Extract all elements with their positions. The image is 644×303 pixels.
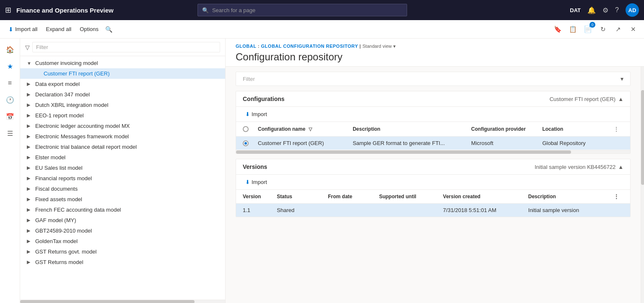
configurations-table: Configuration name ▽ Description Configu… bbox=[236, 122, 630, 150]
tree-item-label: Customer invoicing model bbox=[35, 60, 222, 66]
filter-icon[interactable]: ▽ bbox=[25, 44, 30, 51]
tree-item-elster[interactable]: ▶ Elster model bbox=[20, 152, 225, 163]
chevron-right-icon: ▶ bbox=[27, 218, 34, 223]
filter-collapse-icon[interactable]: ▾ bbox=[621, 75, 623, 82]
vcol-header-version: Version bbox=[243, 194, 277, 199]
tree-item-gbt[interactable]: ▶ GBT24589-2010 model bbox=[20, 225, 225, 236]
versions-import-button[interactable]: ⬇ Import bbox=[243, 177, 270, 187]
tree-item-label: EU Sales list model bbox=[35, 165, 222, 171]
expand-all-button[interactable]: Expand all bbox=[42, 24, 75, 34]
star-icon[interactable]: ★ bbox=[3, 59, 18, 74]
config-import-button[interactable]: ⬇ Import bbox=[243, 109, 270, 119]
breadcrumb-view[interactable]: Standard view bbox=[363, 44, 392, 49]
calendar-icon[interactable]: 📅 bbox=[3, 109, 18, 124]
versions-collapse-icon[interactable]: ▲ bbox=[618, 164, 623, 170]
notification-icon[interactable]: 🔔 bbox=[587, 6, 596, 14]
tree-item-label: Electronic trial balance detail report m… bbox=[35, 144, 222, 150]
search-input[interactable] bbox=[212, 7, 402, 13]
select-all-radio[interactable] bbox=[243, 126, 249, 132]
chevron-down-icon: ▼ bbox=[27, 61, 34, 66]
tree-item-label: Data export model bbox=[35, 81, 222, 87]
home-icon[interactable]: 🏠 bbox=[3, 42, 18, 57]
tree-item-declaration[interactable]: ▶ Declaration 347 model bbox=[20, 89, 225, 100]
config-row[interactable]: Customer FTI report (GER) Sample GER for… bbox=[236, 137, 630, 150]
more-options-icon[interactable]: ⋮ bbox=[613, 126, 619, 132]
settings-icon[interactable]: ⚙ bbox=[602, 6, 608, 14]
tree-item-label: Declaration 347 model bbox=[35, 91, 222, 98]
content-main: Filter ▾ Configurations Customer FTI rep… bbox=[226, 67, 641, 303]
tree-item-dutch-xbrl[interactable]: ▶ Dutch XBRL integration model bbox=[20, 100, 225, 110]
version-row[interactable]: 1.1 Shared 7/31/2018 5:51:01 AM Initial … bbox=[236, 204, 630, 217]
tree-item-goldentax[interactable]: ▶ GoldenTax model bbox=[20, 236, 225, 246]
version-cell-status: Shared bbox=[277, 207, 328, 213]
clock-icon[interactable]: 🕐 bbox=[3, 92, 18, 107]
breadcrumb: GLOBAL : GLOBAL CONFIGURATION REPOSITORY… bbox=[236, 44, 634, 49]
tree-scroll-thumb bbox=[20, 300, 195, 303]
tree-filter-input[interactable] bbox=[32, 42, 220, 52]
name-filter-icon[interactable]: ▽ bbox=[309, 127, 312, 132]
tree-item-electronic-ledger[interactable]: ▶ Electronic ledger accounting model MX bbox=[20, 121, 225, 131]
tree-item-electronic-messages[interactable]: ▶ Electronic Messages framework model bbox=[20, 131, 225, 142]
row-radio[interactable] bbox=[243, 140, 249, 146]
refresh-icon[interactable]: ↻ bbox=[597, 23, 609, 35]
tree-item-customer-invoicing[interactable]: ▼ Customer invoicing model bbox=[20, 58, 225, 68]
tree-item-label: Electronic Messages framework model bbox=[35, 133, 222, 140]
config-collapse-icon[interactable]: ▲ bbox=[618, 96, 623, 102]
config-table-header: Configuration name ▽ Description Configu… bbox=[236, 122, 630, 137]
tree-item-data-export[interactable]: ▶ Data export model bbox=[20, 79, 225, 89]
tree-item-eu-sales[interactable]: ▶ EU Sales list model bbox=[20, 163, 225, 173]
open-icon[interactable]: ↗ bbox=[612, 23, 624, 35]
col-header-more: ⋮ bbox=[613, 125, 623, 133]
chevron-right-icon: ▶ bbox=[27, 92, 34, 97]
close-icon[interactable]: ✕ bbox=[627, 23, 639, 35]
config-name-cell: Customer FTI report (GER) bbox=[258, 140, 353, 146]
main-layout: 🏠 ★ ≡ 🕐 📅 ☰ ▽ ▼ Customer invoicing model… bbox=[0, 39, 644, 303]
breadcrumb-part1[interactable]: GLOBAL bbox=[236, 44, 256, 49]
tree-panel: ▽ ▼ Customer invoicing model Customer FT… bbox=[20, 39, 226, 303]
chevron-right-icon: ▶ bbox=[27, 165, 34, 171]
chevron-right-icon: ▶ bbox=[27, 238, 34, 244]
chevron-right-icon: ▶ bbox=[27, 81, 34, 87]
config-horizontal-scrollbar[interactable] bbox=[236, 150, 630, 153]
tree-horizontal-scrollbar[interactable] bbox=[20, 300, 225, 303]
chevron-right-icon: ▶ bbox=[27, 113, 34, 118]
versions-more-icon[interactable]: ⋮ bbox=[613, 193, 619, 200]
versions-import-label: Import bbox=[252, 179, 267, 185]
tree-item-label: Customer FTI report (GER) bbox=[44, 70, 222, 77]
toolbar-right-icons: 🔖 📋 📄 0 ↻ ↗ ✕ bbox=[552, 23, 639, 35]
tree-item-customer-fti[interactable]: Customer FTI report (GER) bbox=[20, 68, 225, 79]
grid-menu-icon[interactable]: ⊞ bbox=[5, 5, 11, 15]
import-all-button[interactable]: ⬇ Import all bbox=[5, 24, 41, 34]
tree-item-financial-reports[interactable]: ▶ Financial reports model bbox=[20, 173, 225, 184]
versions-title: Versions bbox=[243, 163, 267, 170]
tree-item-eeo1[interactable]: ▶ EEO-1 report model bbox=[20, 110, 225, 121]
tree-item-fixed-assets[interactable]: ▶ Fixed assets model bbox=[20, 194, 225, 205]
tree-item-gst-returns-govt[interactable]: ▶ GST Returns govt. model bbox=[20, 246, 225, 257]
bookmark-icon[interactable]: 🔖 bbox=[552, 23, 564, 35]
tree-item-french-fec[interactable]: ▶ French FEC accounting data model bbox=[20, 205, 225, 215]
chevron-right-icon: ▶ bbox=[27, 102, 34, 108]
versions-import-icon: ⬇ bbox=[245, 179, 250, 185]
right-scrollbar[interactable] bbox=[641, 67, 644, 303]
help-icon[interactable]: ? bbox=[615, 6, 619, 14]
list-icon[interactable]: ☰ bbox=[3, 126, 18, 141]
tree-item-gaf-model[interactable]: ▶ GAF model (MY) bbox=[20, 215, 225, 225]
tree-item-electronic-trial[interactable]: ▶ Electronic trial balance detail report… bbox=[20, 142, 225, 152]
toolbar-search-icon[interactable]: 🔍 bbox=[105, 26, 112, 33]
versions-info: Initial sample version KB4456722 ▲ bbox=[535, 164, 623, 170]
tree-item-fiscal-docs[interactable]: ▶ Fiscal documents bbox=[20, 184, 225, 194]
breadcrumb-part2[interactable]: GLOBAL CONFIGURATION REPOSITORY bbox=[261, 44, 358, 49]
copy-icon[interactable]: 📋 bbox=[567, 23, 579, 35]
content-area: Filter ▾ Configurations Customer FTI rep… bbox=[226, 67, 644, 303]
breadcrumb-pipe: | bbox=[359, 44, 362, 49]
options-button[interactable]: Options bbox=[76, 24, 102, 34]
view-chevron-icon[interactable]: ▾ bbox=[393, 44, 396, 49]
search-bar[interactable]: 🔍 bbox=[197, 4, 407, 16]
tree-item-label: Fixed assets model bbox=[35, 196, 222, 202]
chevron-right-icon: ▶ bbox=[27, 144, 34, 150]
badge-icon[interactable]: 📄 0 bbox=[582, 23, 594, 35]
lines-icon[interactable]: ≡ bbox=[3, 75, 18, 91]
tree-item-gst-returns[interactable]: ▶ GST Returns model bbox=[20, 257, 225, 267]
options-label: Options bbox=[80, 26, 99, 32]
user-avatar[interactable]: AD bbox=[626, 3, 639, 17]
